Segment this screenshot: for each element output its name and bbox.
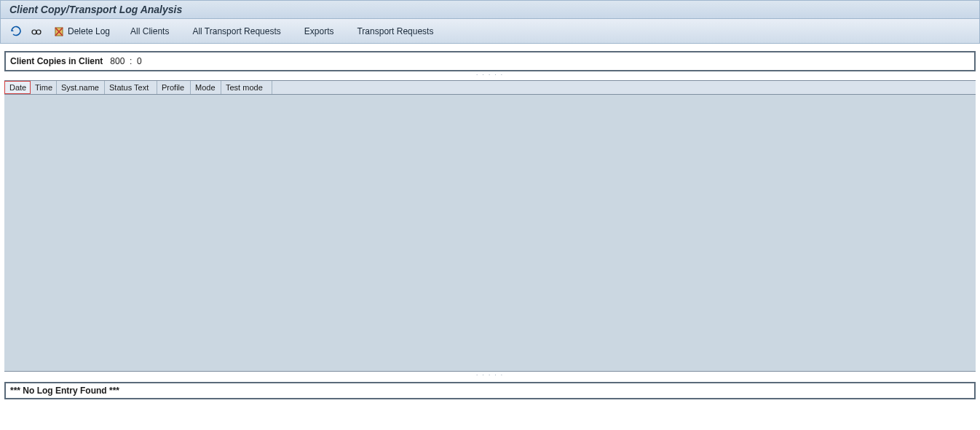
toolbar: Delete Log All Clients All Transport Req… (0, 19, 980, 44)
table-body (4, 95, 976, 372)
col-header-test-mode[interactable]: Test mode (221, 81, 272, 94)
page-title: Client Copy/Transport Log Analysis (9, 4, 182, 15)
svg-point-0 (32, 30, 36, 34)
exports-label: Exports (304, 26, 334, 36)
col-header-mode[interactable]: Mode (191, 81, 221, 94)
all-transport-requests-button[interactable]: All Transport Requests (185, 23, 288, 39)
splitter-handle-top[interactable]: · · · · · (4, 71, 976, 79)
all-clients-label: All Clients (130, 26, 169, 36)
all-transport-requests-label: All Transport Requests (192, 26, 280, 36)
col-header-systname[interactable]: Syst.name (57, 81, 105, 94)
summary-label: Client Copies in Client (10, 56, 103, 66)
summary-values: 800 : 0 (110, 56, 141, 66)
exports-button[interactable]: Exports (297, 23, 341, 39)
refresh-button[interactable] (8, 23, 24, 39)
content-area: Client Copies in Client 800 : 0 · · · · … (0, 44, 980, 379)
summary-panel: Client Copies in Client 800 : 0 (4, 51, 976, 71)
svg-point-1 (36, 30, 41, 34)
splitter-handle-bottom[interactable]: · · · · · (4, 372, 976, 379)
status-message: *** No Log Entry Found *** (10, 386, 119, 396)
status-panel: *** No Log Entry Found *** (4, 382, 976, 399)
delete-icon (53, 26, 65, 37)
all-clients-button[interactable]: All Clients (123, 23, 176, 39)
transport-requests-button[interactable]: Transport Requests (349, 23, 440, 39)
delete-log-label: Delete Log (68, 26, 110, 36)
table-header-row: Date Time Syst.name Status Text Profile … (4, 80, 976, 95)
summary-client-number: 800 (110, 56, 125, 66)
glasses-icon (31, 26, 42, 37)
col-header-profile[interactable]: Profile (157, 81, 191, 94)
col-header-status-text[interactable]: Status Text (105, 81, 157, 94)
summary-count: 0 (137, 56, 142, 66)
refresh-icon (10, 26, 22, 37)
delete-log-button[interactable]: Delete Log (49, 23, 114, 39)
col-header-date[interactable]: Date (4, 81, 31, 94)
col-header-time[interactable]: Time (31, 81, 57, 94)
transport-requests-label: Transport Requests (357, 26, 433, 36)
title-bar: Client Copy/Transport Log Analysis (0, 0, 980, 19)
display-details-button[interactable] (28, 23, 44, 39)
summary-separator: : (130, 56, 132, 66)
